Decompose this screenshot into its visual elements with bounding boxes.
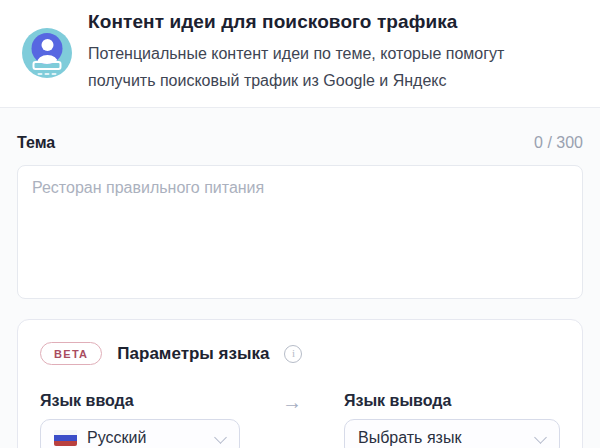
- topic-input[interactable]: [17, 165, 583, 299]
- output-language-value: Выбрать язык: [358, 429, 461, 447]
- chevron-down-icon: [535, 433, 546, 444]
- language-card-title: Параметры языка: [117, 344, 269, 364]
- arrow-right-icon: →: [282, 392, 302, 448]
- beta-badge: BETA: [40, 342, 102, 365]
- tool-header: Контент идеи для поискового трафика Поте…: [0, 0, 600, 108]
- character-counter: 0 / 300: [534, 134, 583, 152]
- input-language-field: Язык ввода Русский: [40, 392, 240, 448]
- output-language-select[interactable]: Выбрать язык: [344, 419, 560, 448]
- id-card-icon: [33, 61, 62, 70]
- language-card-header: BETA Параметры языка i: [40, 342, 560, 365]
- id-card-lines: [38, 73, 57, 75]
- form-body: Тема 0 / 300 BETA Параметры языка i Язык…: [0, 108, 600, 448]
- language-settings-card: BETA Параметры языка i Язык ввода Русски…: [17, 319, 583, 448]
- output-language-field: Язык вывода Выбрать язык: [344, 392, 560, 448]
- input-language-label: Язык ввода: [40, 392, 240, 410]
- persona-id-card-icon: [22, 28, 72, 78]
- output-language-label: Язык вывода: [344, 392, 560, 410]
- input-language-value: Русский: [87, 429, 146, 447]
- page-subtitle: Потенциальные контент идеи по теме, кото…: [88, 40, 563, 94]
- person-icon: [32, 33, 63, 64]
- language-fields-row: Язык ввода Русский → Язык вывода Выбрать…: [40, 392, 560, 448]
- field-separator: →: [240, 392, 344, 448]
- chevron-down-icon: [215, 433, 226, 444]
- page-title: Контент идеи для поискового трафика: [88, 11, 580, 33]
- russia-flag-icon: [54, 430, 77, 446]
- topic-label-row: Тема 0 / 300: [17, 108, 583, 152]
- input-language-select[interactable]: Русский: [40, 419, 240, 448]
- info-icon[interactable]: i: [284, 345, 302, 363]
- topic-label: Тема: [17, 134, 55, 152]
